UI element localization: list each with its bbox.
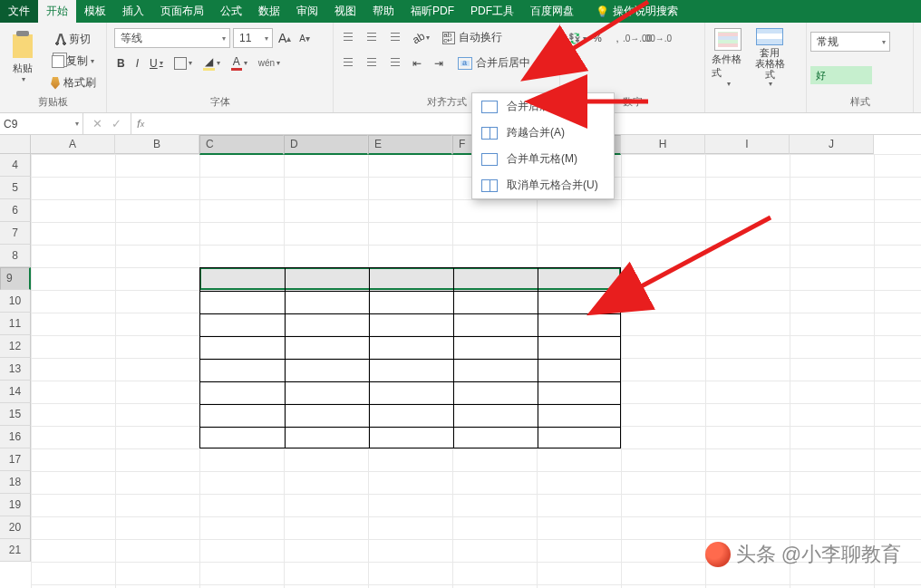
- align-center-button[interactable]: [362, 56, 382, 71]
- row-header-4[interactable]: 4: [0, 154, 31, 177]
- row-header-8[interactable]: 8: [0, 245, 31, 267]
- cancel-formula-icon[interactable]: ✕: [92, 117, 102, 130]
- currency-icon: 💱: [568, 33, 581, 44]
- row-header-9[interactable]: 9: [0, 267, 31, 290]
- group-clipboard: 粘贴 剪切 复制 格式刷 剪贴板: [0, 23, 107, 112]
- menu-data[interactable]: 数据: [250, 0, 288, 23]
- merge-center-button[interactable]: a 合并后居中▾: [453, 53, 546, 73]
- merge-cells-icon: [481, 153, 498, 166]
- format-as-table-button[interactable]: 套用 表格格式: [751, 26, 789, 90]
- row-header-17[interactable]: 17: [0, 448, 31, 471]
- spreadsheet-grid: ABCDEFGHIJ 45678910111213141516171819202…: [0, 135, 921, 588]
- font-color-button[interactable]: A: [228, 53, 250, 72]
- decrease-decimal-button[interactable]: .00→.0: [647, 28, 667, 48]
- menu-pdf-tool[interactable]: PDF工具: [462, 0, 522, 23]
- watermark: 头条 @小李聊教育: [705, 541, 901, 568]
- row-header-19[interactable]: 19: [0, 494, 31, 516]
- fx-label[interactable]: fx: [131, 113, 150, 134]
- row-header-11[interactable]: 11: [0, 313, 31, 335]
- row-header-14[interactable]: 14: [0, 381, 31, 403]
- row-header-21[interactable]: 21: [0, 539, 31, 562]
- align-top-button[interactable]: [341, 31, 361, 45]
- align-left-icon: [344, 58, 358, 69]
- row-header-16[interactable]: 16: [0, 426, 31, 448]
- orientation-button[interactable]: ab: [410, 30, 432, 46]
- col-header-H[interactable]: H: [621, 135, 705, 154]
- col-header-I[interactable]: I: [705, 135, 790, 154]
- confirm-formula-icon[interactable]: ✓: [111, 117, 121, 130]
- fill-color-button[interactable]: ◢: [200, 53, 223, 72]
- row-header-10[interactable]: 10: [0, 290, 31, 313]
- menu-review[interactable]: 审阅: [288, 0, 326, 23]
- col-header-A[interactable]: A: [31, 135, 115, 154]
- menu-formula[interactable]: 公式: [212, 0, 250, 23]
- row-header-5[interactable]: 5: [0, 177, 31, 199]
- underline-button[interactable]: U: [147, 55, 166, 72]
- align-middle-icon: [364, 33, 379, 43]
- row-header-20[interactable]: 20: [0, 516, 31, 539]
- group-font: 等线▾ 11▾ A▴ A▾ B I U ◢ A wén 字体: [107, 23, 334, 112]
- select-all-corner[interactable]: [0, 135, 31, 154]
- col-header-B[interactable]: B: [115, 135, 199, 154]
- copy-button[interactable]: 复制: [45, 52, 99, 71]
- unmerge-item[interactable]: 取消单元格合并(U): [472, 172, 614, 198]
- percent-button[interactable]: %: [587, 28, 607, 48]
- col-header-D[interactable]: D: [284, 135, 368, 155]
- menu-home[interactable]: 开始: [38, 0, 76, 23]
- menu-page-layout[interactable]: 页面布局: [152, 0, 212, 23]
- cut-button[interactable]: 剪切: [45, 30, 99, 49]
- row-headers: 456789101112131415161718192021: [0, 154, 31, 562]
- bold-button[interactable]: B: [114, 55, 128, 72]
- menu-file[interactable]: 文件: [0, 0, 38, 23]
- col-header-E[interactable]: E: [368, 135, 452, 155]
- col-header-C[interactable]: C: [199, 135, 284, 155]
- menu-baidu-netdisk[interactable]: 百度网盘: [522, 0, 582, 23]
- increase-font-button[interactable]: A▴: [276, 29, 294, 47]
- decrease-indent-button[interactable]: ⇤: [410, 55, 424, 72]
- row-header-7[interactable]: 7: [0, 222, 31, 245]
- conditional-format-button[interactable]: 条件格式: [709, 26, 747, 90]
- align-bottom-button[interactable]: [383, 31, 402, 45]
- copy-icon: [51, 54, 65, 69]
- cell-area[interactable]: [31, 154, 921, 588]
- merge-center-item[interactable]: 合并后居中(C): [472, 93, 614, 120]
- merge-across-item[interactable]: 跨越合并(A): [472, 120, 614, 146]
- paste-button[interactable]: 粘贴: [4, 26, 42, 90]
- align-left-button[interactable]: [341, 56, 361, 71]
- selection-range: [199, 267, 621, 290]
- merge-icon: a: [458, 57, 472, 70]
- group-styles: 常规▾ 好 样式: [807, 23, 914, 112]
- font-size-select[interactable]: 11▾: [233, 28, 273, 48]
- name-box[interactable]: C9▾: [0, 113, 83, 134]
- dec-dec-icon: .00→.0: [643, 34, 672, 43]
- align-right-icon: [385, 58, 400, 69]
- italic-button[interactable]: I: [133, 55, 141, 72]
- tell-me[interactable]: 💡操作说明搜索: [587, 0, 686, 23]
- col-header-J[interactable]: J: [790, 135, 874, 154]
- increase-indent-button[interactable]: ⇥: [431, 55, 446, 72]
- number-format-select[interactable]: 常规▾: [810, 32, 890, 52]
- border-button[interactable]: [171, 55, 195, 72]
- row-header-12[interactable]: 12: [0, 335, 31, 358]
- row-header-6[interactable]: 6: [0, 199, 31, 222]
- align-right-button[interactable]: [383, 56, 402, 71]
- menu-view[interactable]: 视图: [326, 0, 364, 23]
- row-header-18[interactable]: 18: [0, 471, 31, 494]
- menu-insert[interactable]: 插入: [114, 0, 152, 23]
- style-good[interactable]: 好: [810, 66, 872, 84]
- row-header-15[interactable]: 15: [0, 403, 31, 426]
- merge-across-icon: [481, 127, 498, 140]
- accounting-format-button[interactable]: 💱: [567, 28, 587, 48]
- menu-help[interactable]: 帮助: [364, 0, 402, 23]
- font-name-select[interactable]: 等线▾: [114, 28, 230, 48]
- menu-foxit-pdf[interactable]: 福昕PDF: [402, 0, 462, 23]
- merge-cells-item[interactable]: 合并单元格(M): [472, 146, 614, 172]
- row-header-13[interactable]: 13: [0, 358, 31, 381]
- decrease-font-button[interactable]: A▾: [296, 32, 313, 45]
- menu-template[interactable]: 模板: [76, 0, 114, 23]
- wrap-text-button[interactable]: abc↵自动换行: [440, 28, 505, 47]
- phonetic-button[interactable]: wén: [256, 56, 283, 70]
- table-icon: [756, 28, 783, 45]
- format-painter-button[interactable]: 格式刷: [45, 73, 99, 92]
- align-middle-button[interactable]: [362, 31, 382, 45]
